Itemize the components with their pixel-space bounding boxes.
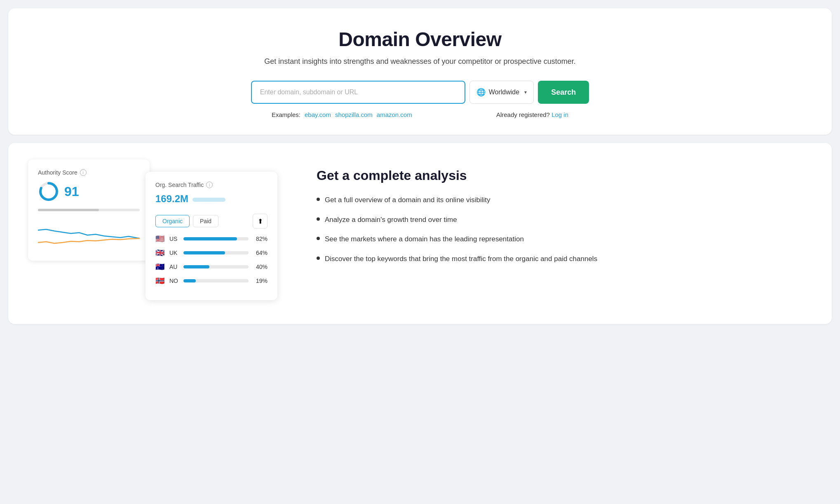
example-link-amazon[interactable]: amazon.com: [377, 111, 412, 118]
example-link-ebay[interactable]: ebay.com: [305, 111, 331, 118]
list-item-1: Get a full overview of a domain and its …: [317, 195, 812, 205]
traffic-value: 169.2M: [155, 193, 188, 205]
traffic-info-icon[interactable]: i: [206, 182, 213, 188]
examples-left: Examples: ebay.com shopzilla.com amazon.…: [272, 111, 412, 118]
country-row-au: 🇦🇺 AU 40%: [155, 262, 267, 271]
progress-fill-au: [183, 265, 209, 268]
bullet-dot-3: [317, 237, 320, 240]
progress-track-us: [183, 237, 249, 240]
hero-subtitle: Get instant insights into strengths and …: [25, 57, 815, 66]
authority-score-display: 91: [38, 181, 140, 202]
analysis-section: Get a complete analysis Get a full overv…: [317, 159, 812, 273]
progress-fill-no: [183, 279, 196, 282]
examples-label: Examples:: [272, 111, 300, 118]
region-selector[interactable]: 🌐 Worldwide ▾: [469, 81, 534, 104]
authority-score-title: Authority Score i: [38, 169, 140, 176]
tab-organic[interactable]: Organic: [155, 215, 190, 227]
flag-au: 🇦🇺: [155, 262, 165, 271]
country-pct-uk: 64%: [253, 250, 267, 256]
bullet-text-3: See the markets where a domain has the l…: [325, 234, 524, 245]
traffic-bar: [192, 198, 225, 202]
country-code-au: AU: [169, 264, 179, 270]
export-button[interactable]: ⬆: [253, 214, 267, 229]
progress-fill-us: [183, 237, 237, 240]
country-row-us: 🇺🇸 US 82%: [155, 234, 267, 243]
tab-paid[interactable]: Paid: [193, 215, 218, 227]
examples-row: Examples: ebay.com shopzilla.com amazon.…: [272, 111, 568, 118]
country-pct-au: 40%: [253, 264, 267, 270]
progress-track-au: [183, 265, 249, 268]
country-pct-us: 82%: [253, 236, 267, 242]
analysis-title: Get a complete analysis: [317, 168, 812, 183]
tab-row: Organic Paid ⬆: [155, 214, 267, 229]
page-title: Domain Overview: [25, 28, 815, 51]
list-item-3: See the markets where a domain has the l…: [317, 234, 812, 245]
bullet-text-1: Get a full overview of a domain and its …: [325, 195, 490, 205]
authority-score-widget: Authority Score i 91: [28, 159, 150, 261]
bullet-dot-2: [317, 217, 320, 221]
region-label: Worldwide: [489, 89, 519, 96]
sparkline-area: Jan 17 Jan 21 J: [38, 218, 140, 251]
bullet-list: Get a full overview of a domain and its …: [317, 195, 812, 264]
country-code-us: US: [169, 236, 179, 242]
bullet-dot-4: [317, 257, 320, 260]
search-row: 🌐 Worldwide ▾ Search: [25, 81, 815, 104]
country-pct-no: 19%: [253, 278, 267, 284]
progress-track-no: [183, 279, 249, 282]
flag-uk: 🇬🇧: [155, 248, 165, 257]
traffic-widget-title: Org. Search Traffic i: [155, 182, 267, 188]
country-code-no: NO: [169, 278, 179, 284]
country-code-uk: UK: [169, 250, 179, 256]
chevron-down-icon: ▾: [524, 89, 527, 95]
flag-no: 🇳🇴: [155, 276, 165, 285]
mini-bar: [38, 209, 140, 211]
registered-label: Already registered?: [496, 111, 550, 118]
authority-score-value: 91: [64, 184, 79, 199]
bottom-card: Authority Score i 91: [8, 143, 832, 324]
flag-us: 🇺🇸: [155, 234, 165, 243]
donut-chart: [38, 181, 59, 202]
progress-track-uk: [183, 251, 249, 254]
bullet-text-4: Discover the top keywords that bring the…: [325, 254, 597, 264]
mini-bar-fill: [38, 209, 99, 211]
country-row-no: 🇳🇴 NO 19%: [155, 276, 267, 285]
authority-info-icon[interactable]: i: [80, 169, 87, 176]
list-item-2: Analyze a domain's growth trend over tim…: [317, 215, 812, 225]
traffic-widget: Org. Search Traffic i 169.2M Organic Pai…: [145, 172, 277, 300]
search-input[interactable]: [251, 81, 465, 104]
hero-card: Domain Overview Get instant insights int…: [8, 8, 832, 135]
examples-right: Already registered? Log in: [496, 111, 568, 118]
search-button[interactable]: Search: [538, 81, 589, 104]
bullet-dot-1: [317, 198, 320, 201]
login-link[interactable]: Log in: [551, 111, 568, 118]
list-item-4: Discover the top keywords that bring the…: [317, 254, 812, 264]
globe-icon: 🌐: [476, 88, 486, 97]
country-row-uk: 🇬🇧 UK 64%: [155, 248, 267, 257]
example-link-shopzilla[interactable]: shopzilla.com: [335, 111, 373, 118]
bullet-text-2: Analyze a domain's growth trend over tim…: [325, 215, 457, 225]
progress-fill-uk: [183, 251, 225, 254]
